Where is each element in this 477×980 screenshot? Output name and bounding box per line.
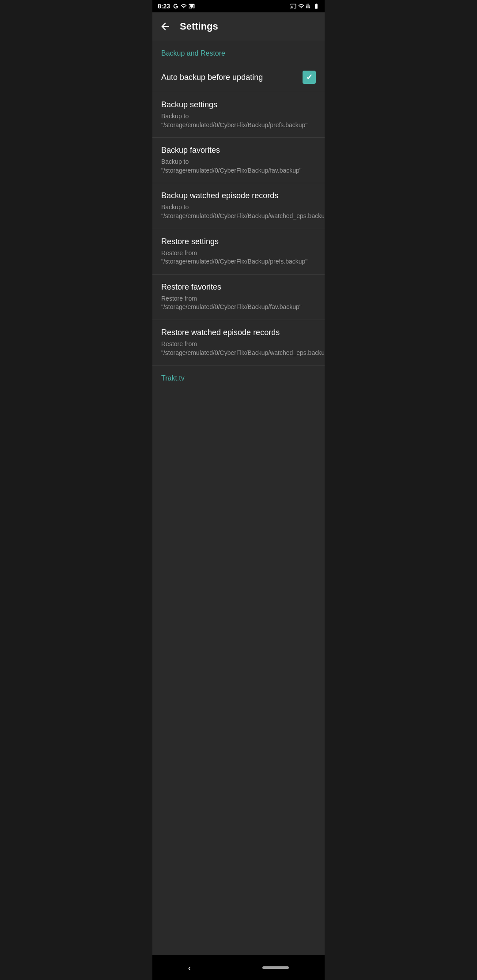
backup-favorites-title: Backup favorites (161, 146, 316, 155)
cast-screen-icon (290, 3, 296, 9)
section-header-backup-restore: Backup and Restore (152, 41, 325, 63)
auto-backup-checkbox[interactable]: ✓ (303, 71, 316, 84)
cast-icon (189, 3, 195, 9)
status-bar-right (290, 3, 319, 9)
restore-settings-title: Restore settings (161, 237, 316, 246)
app-bar: Settings (152, 12, 325, 41)
signal-icon (306, 3, 311, 9)
wifi-icon (181, 3, 187, 9)
bottom-nav: ‹ (152, 955, 325, 980)
backup-settings-item[interactable]: Backup settings Backup to "/storage/emul… (152, 92, 325, 138)
restore-watched-title: Restore watched episode records (161, 328, 316, 337)
app-bar-title: Settings (180, 21, 218, 32)
restore-favorites-desc: Restore from "/storage/emulated/0/CyberF… (161, 294, 316, 312)
google-icon (173, 3, 179, 9)
backup-settings-desc: Backup to "/storage/emulated/0/CyberFlix… (161, 112, 316, 129)
backup-settings-title: Backup settings (161, 100, 316, 109)
restore-favorites-title: Restore favorites (161, 283, 316, 292)
check-icon: ✓ (306, 72, 313, 82)
status-bar: 8:23 (152, 0, 325, 12)
restore-watched-item[interactable]: Restore watched episode records Restore … (152, 320, 325, 366)
restore-settings-desc: Restore from "/storage/emulated/0/CyberF… (161, 249, 316, 266)
backup-watched-title: Backup watched episode records (161, 191, 316, 200)
nav-home-pill[interactable] (262, 966, 289, 969)
nav-back-button[interactable]: ‹ (188, 963, 191, 973)
restore-favorites-item[interactable]: Restore favorites Restore from "/storage… (152, 275, 325, 320)
battery-icon (313, 3, 319, 9)
backup-watched-desc: Backup to "/storage/emulated/0/CyberFlix… (161, 203, 316, 220)
content-area: Backup and Restore Auto backup before up… (152, 41, 325, 955)
restore-watched-desc: Restore from "/storage/emulated/0/CyberF… (161, 340, 316, 357)
restore-settings-item[interactable]: Restore settings Restore from "/storage/… (152, 229, 325, 275)
status-bar-left: 8:23 (158, 3, 195, 10)
section-header-trakttv: Trakt.tv (152, 366, 325, 388)
status-icons-left (173, 3, 195, 9)
status-time: 8:23 (158, 3, 170, 10)
backup-favorites-desc: Backup to "/storage/emulated/0/CyberFlix… (161, 158, 316, 175)
backup-watched-item[interactable]: Backup watched episode records Backup to… (152, 183, 325, 229)
wifi-signal-icon (298, 3, 304, 9)
auto-backup-label: Auto backup before updating (161, 73, 263, 82)
back-button[interactable] (159, 21, 171, 32)
backup-favorites-item[interactable]: Backup favorites Backup to "/storage/emu… (152, 138, 325, 183)
auto-backup-item[interactable]: Auto backup before updating ✓ (152, 63, 325, 92)
